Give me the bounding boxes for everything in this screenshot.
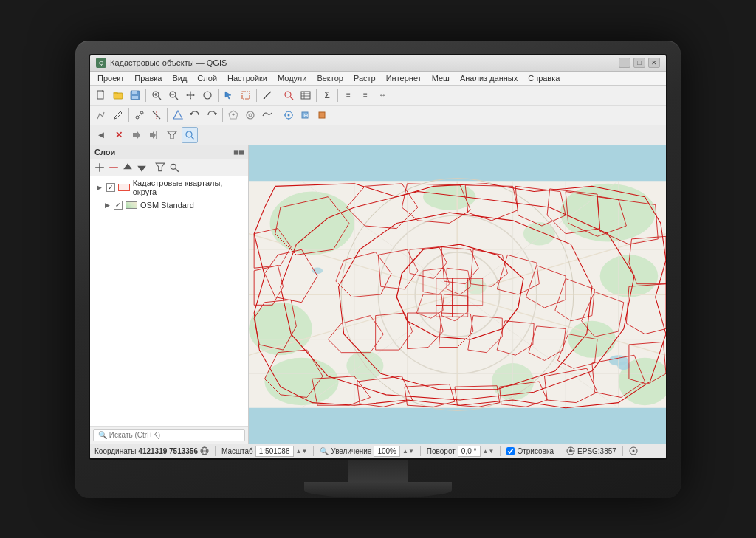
menu-internet[interactable]: Интернет bbox=[382, 72, 426, 84]
menu-settings[interactable]: Настройки bbox=[223, 72, 272, 84]
layer-down-button[interactable] bbox=[135, 161, 148, 174]
svg-marker-58 bbox=[123, 163, 132, 169]
pan-button[interactable] bbox=[182, 87, 199, 103]
identify-button[interactable]: i bbox=[199, 87, 216, 103]
map-canvas bbox=[249, 145, 666, 444]
save-project-button[interactable] bbox=[127, 87, 143, 103]
zoom-out-button[interactable] bbox=[165, 87, 182, 103]
layer-expand-osm[interactable]: ▶ bbox=[103, 201, 111, 209]
svg-point-77 bbox=[617, 361, 630, 369]
remove-layer-button[interactable] bbox=[107, 161, 120, 174]
menu-analysis[interactable]: Анализ данных bbox=[456, 72, 522, 84]
layers-panel: Слои ◼◼ bbox=[90, 145, 249, 444]
back-arrow-button[interactable]: ◄ bbox=[93, 127, 109, 143]
menu-mesh[interactable]: Меш bbox=[427, 72, 454, 84]
menu-help[interactable]: Справка bbox=[523, 72, 564, 84]
digitize-extra-2[interactable] bbox=[315, 107, 331, 123]
layers-panel-collapse[interactable]: ◼◼ bbox=[233, 148, 244, 156]
digitize-extra-1[interactable]: ⊕ bbox=[298, 107, 314, 123]
status-sep-4 bbox=[500, 446, 501, 456]
menu-view[interactable]: Вид bbox=[168, 72, 191, 84]
search-input[interactable] bbox=[93, 429, 245, 441]
toolbar-separator-3 bbox=[256, 89, 257, 102]
zoom-label: Увеличение bbox=[331, 447, 371, 455]
maximize-button[interactable]: □ bbox=[633, 58, 645, 68]
add-ring[interactable] bbox=[242, 107, 258, 123]
rotation-value[interactable]: 0,0 ° bbox=[458, 446, 481, 457]
layer-item-cadastral[interactable]: ▶ Кадастровые кварталы, округа bbox=[90, 176, 248, 199]
add-layer-button[interactable] bbox=[93, 161, 106, 174]
attribute-table-button[interactable] bbox=[298, 87, 314, 103]
toggle-button-3[interactable]: ↔ bbox=[374, 87, 391, 103]
menu-edit[interactable]: Правка bbox=[130, 72, 166, 84]
layer-up-button[interactable] bbox=[121, 161, 134, 174]
filter-button[interactable] bbox=[164, 127, 180, 143]
minimize-button[interactable]: — bbox=[619, 58, 630, 68]
svg-marker-15 bbox=[186, 94, 188, 96]
messages-icon bbox=[629, 446, 638, 455]
zoom-value[interactable]: 100% bbox=[374, 446, 400, 457]
svg-text:+: + bbox=[232, 112, 235, 117]
layer-search-button[interactable] bbox=[168, 161, 181, 174]
svg-rect-0 bbox=[97, 91, 103, 99]
qgis-window: Q Кадастровые объекты — QGIS — □ ✕ Проек… bbox=[90, 55, 666, 458]
node-tool[interactable] bbox=[131, 107, 148, 123]
zoom-spinbox[interactable]: ▲▼ bbox=[402, 448, 414, 455]
layers-panel-tools bbox=[90, 159, 248, 176]
menu-layer[interactable]: Слой bbox=[193, 72, 221, 84]
select-button[interactable] bbox=[221, 87, 237, 103]
messages-field[interactable] bbox=[629, 446, 638, 455]
menu-modules[interactable]: Модули bbox=[273, 72, 311, 84]
layer-expand-cadastral[interactable]: ▶ bbox=[96, 184, 103, 191]
crs-field[interactable]: EPSG:3857 bbox=[566, 446, 616, 455]
menu-project[interactable]: Проект bbox=[93, 72, 128, 84]
menu-vector[interactable]: Вектор bbox=[312, 72, 348, 84]
deselect-button[interactable] bbox=[238, 87, 254, 103]
monitor-stand-neck bbox=[348, 460, 408, 482]
menu-raster[interactable]: Растр bbox=[349, 72, 380, 84]
search-features-button[interactable] bbox=[281, 87, 297, 103]
snap-button[interactable] bbox=[170, 107, 186, 123]
split-tool[interactable] bbox=[148, 107, 165, 123]
digitize-button[interactable] bbox=[93, 107, 109, 123]
layer-filter-button[interactable] bbox=[154, 161, 167, 174]
toggle-button-2[interactable]: ≡ bbox=[357, 87, 374, 103]
reshape-button[interactable] bbox=[259, 107, 275, 123]
close-button[interactable]: ✕ bbox=[648, 58, 660, 68]
svg-line-25 bbox=[290, 97, 293, 100]
measure-button[interactable] bbox=[259, 87, 275, 103]
edit-button[interactable] bbox=[110, 107, 126, 123]
svg-point-64 bbox=[270, 191, 354, 255]
gps-button[interactable] bbox=[281, 107, 297, 123]
layer-check-osm[interactable] bbox=[114, 201, 123, 210]
toggle-button-1[interactable]: ≡ bbox=[340, 87, 357, 103]
new-project-button[interactable] bbox=[93, 87, 109, 103]
title-bar: Q Кадастровые объекты — QGIS — □ ✕ bbox=[90, 55, 666, 72]
add-polygon[interactable]: + bbox=[225, 107, 241, 123]
svg-marker-37 bbox=[214, 113, 217, 115]
render-checkbox[interactable] bbox=[506, 447, 515, 455]
search-circle-button[interactable] bbox=[182, 127, 198, 143]
undo-button[interactable] bbox=[187, 107, 203, 123]
close-panel-button[interactable]: ✕ bbox=[111, 127, 127, 143]
globe-icon bbox=[200, 446, 209, 455]
layer-item-osm[interactable]: ▶ OSM Standard bbox=[90, 199, 248, 212]
sum-button[interactable]: Σ bbox=[319, 87, 335, 103]
forward-2-button[interactable] bbox=[146, 127, 162, 143]
redo-button[interactable] bbox=[204, 107, 220, 123]
toolbar-separator-2 bbox=[218, 89, 219, 102]
forward-1-button[interactable] bbox=[128, 127, 145, 143]
layer-check-cadastral[interactable] bbox=[106, 183, 115, 192]
svg-line-54 bbox=[191, 137, 194, 139]
svg-point-24 bbox=[285, 92, 291, 97]
zoom-in-button[interactable] bbox=[148, 87, 165, 103]
rotation-spinbox[interactable]: ▲▼ bbox=[483, 448, 495, 455]
open-project-button[interactable] bbox=[110, 87, 126, 103]
search-bar bbox=[90, 426, 248, 444]
svg-point-113 bbox=[632, 450, 634, 452]
scale-spinbox[interactable]: ▲▼ bbox=[296, 448, 308, 455]
menu-bar: Проект Правка Вид Слой Настройки Модули … bbox=[90, 72, 666, 86]
scale-value[interactable]: 1:501088 bbox=[255, 446, 294, 457]
toolbar-row-2: + ⊕ bbox=[90, 105, 666, 125]
map-area[interactable] bbox=[249, 145, 666, 444]
